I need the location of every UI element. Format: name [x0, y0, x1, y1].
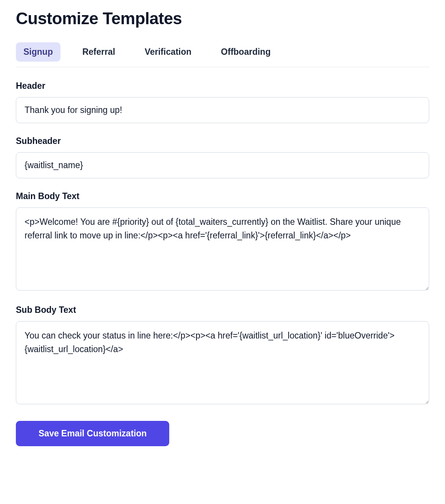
tab-referral[interactable]: Referral	[75, 42, 123, 62]
save-button[interactable]: Save Email Customization	[16, 421, 169, 446]
tab-offboarding[interactable]: Offboarding	[213, 42, 278, 62]
page-title: Customize Templates	[16, 9, 429, 28]
tab-verification[interactable]: Verification	[137, 42, 199, 62]
subheader-label: Subheader	[16, 136, 429, 146]
main-body-label: Main Body Text	[16, 191, 429, 201]
sub-body-label: Sub Body Text	[16, 305, 429, 315]
tabs-container: Signup Referral Verification Offboarding	[16, 42, 429, 67]
sub-body-textarea[interactable]	[16, 321, 429, 404]
header-label: Header	[16, 81, 429, 91]
header-input[interactable]	[16, 97, 429, 123]
field-group-sub-body: Sub Body Text	[16, 305, 429, 406]
subheader-input[interactable]	[16, 152, 429, 178]
field-group-header: Header	[16, 81, 429, 123]
field-group-subheader: Subheader	[16, 136, 429, 178]
field-group-main-body: Main Body Text	[16, 191, 429, 292]
tab-signup[interactable]: Signup	[16, 42, 60, 62]
main-body-textarea[interactable]	[16, 207, 429, 291]
